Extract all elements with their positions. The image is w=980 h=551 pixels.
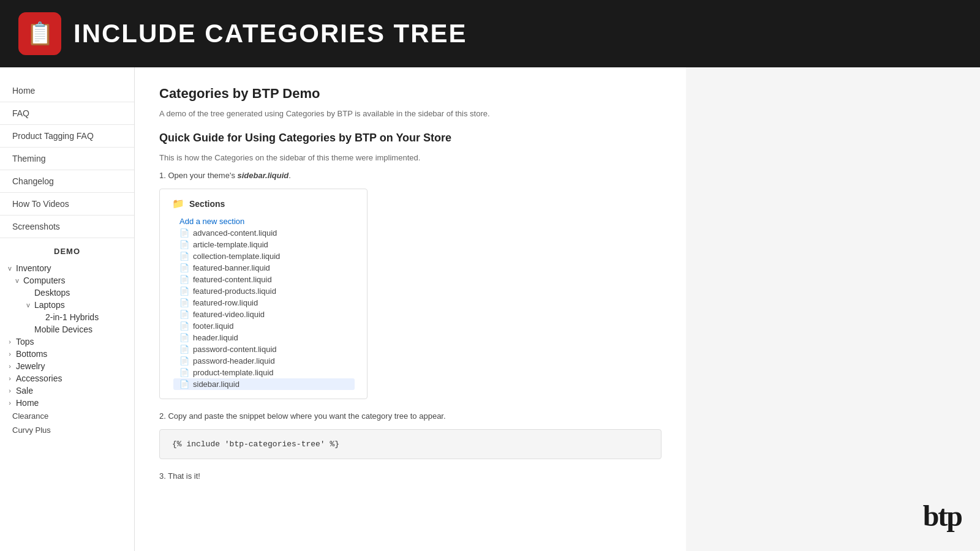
file-item[interactable]: 📄sidebar.liquid: [173, 378, 355, 390]
file-item[interactable]: 📄footer.liquid: [172, 320, 355, 332]
tree-label: Desktops: [34, 288, 70, 298]
file-icon: 📄: [179, 275, 189, 284]
sidebar-item-accessories[interactable]: › Accessories: [0, 372, 134, 384]
tree-label: Bottoms: [16, 349, 47, 359]
file-item[interactable]: 📄featured-video.liquid: [172, 309, 355, 320]
sidebar-item-mobile[interactable]: Mobile Devices: [0, 323, 134, 335]
code-block: {% include 'btp-categories-tree' %}: [159, 429, 662, 459]
sections-label: Sections: [189, 199, 225, 209]
header-title: INCLUDE CATEGORIES TREE: [74, 19, 467, 48]
file-tree-header: 📁 Sections: [172, 198, 355, 209]
step1-text: 1. Open your theme's sidebar.liquid.: [159, 171, 662, 180]
file-tree-box: 📁 Sections Add a new section 📄advanced-c…: [159, 189, 368, 399]
sidebar-item-product-tagging-faq[interactable]: Product Tagging FAQ: [0, 125, 134, 148]
sidebar-item-theming[interactable]: Theming: [0, 148, 134, 170]
sidebar-item-home[interactable]: Home: [0, 80, 134, 102]
file-name: sidebar.liquid: [193, 380, 239, 389]
file-name: advanced-content.liquid: [193, 228, 277, 238]
file-icon: 📄: [179, 298, 189, 307]
sidebar-item-computers[interactable]: v Computers: [0, 274, 134, 287]
toggle-icon: [24, 289, 32, 296]
tree-label: Jewelry: [16, 361, 45, 371]
file-name: featured-content.liquid: [193, 275, 272, 284]
file-icon: 📄: [179, 368, 189, 377]
file-name: featured-row.liquid: [193, 298, 258, 307]
tree-label: Laptops: [34, 300, 65, 310]
file-item[interactable]: 📄collection-template.liquid: [172, 250, 355, 262]
file-name: footer.liquid: [193, 321, 234, 331]
file-icon: 📄: [179, 252, 189, 261]
sidebar-item-2in1[interactable]: 2-in-1 Hybrids: [0, 311, 134, 323]
toggle-icon: v: [13, 277, 21, 284]
page-subtitle: A demo of the tree generated using Categ…: [159, 109, 662, 118]
demo-label: DEMO: [0, 238, 134, 260]
file-item[interactable]: 📄advanced-content.liquid: [172, 227, 355, 239]
sidebar-item-faq[interactable]: FAQ: [0, 102, 134, 125]
file-name: featured-video.liquid: [193, 310, 265, 319]
sidebar: HomeFAQProduct Tagging FAQThemingChangel…: [0, 67, 135, 551]
file-item[interactable]: 📄featured-row.liquid: [172, 297, 355, 309]
tree-label: Tops: [16, 337, 34, 347]
main-content: Categories by BTP Demo A demo of the tre…: [135, 67, 686, 551]
tree-label: Inventory: [16, 263, 51, 273]
toggle-icon: ›: [6, 362, 13, 370]
file-item[interactable]: 📄article-template.liquid: [172, 239, 355, 250]
sidebar-item-sale[interactable]: › Sale: [0, 384, 134, 397]
sidebar-item-clearance[interactable]: Clearance: [0, 409, 134, 423]
sidebar-item-how-to-videos[interactable]: How To Videos: [0, 193, 134, 216]
file-icon: 📄: [179, 321, 189, 331]
file-icon: 📄: [179, 333, 189, 342]
right-panel: [686, 67, 809, 551]
file-name: featured-products.liquid: [193, 287, 276, 296]
file-item[interactable]: 📄password-content.liquid: [172, 343, 355, 355]
folder-icon: 📁: [172, 198, 184, 209]
guide-text: This is how the Categories on the sideba…: [159, 153, 662, 162]
file-icon: 📄: [179, 228, 189, 238]
sidebar-item-curvy-plus[interactable]: Curvy Plus: [0, 423, 134, 437]
sidebar-item-laptops[interactable]: v Laptops: [0, 299, 134, 311]
toggle-icon: [36, 313, 43, 321]
sidebar-tree: v Inventory v Computers Desktops v Lapto…: [0, 260, 134, 440]
toggle-icon: [24, 326, 32, 333]
step1-bold: sidebar.liquid: [238, 171, 289, 180]
sidebar-item-home[interactable]: › Home: [0, 397, 134, 409]
sidebar-item-desktops[interactable]: Desktops: [0, 287, 134, 299]
file-icon: 📄: [179, 287, 189, 296]
toggle-icon: ›: [6, 387, 13, 394]
sidebar-item-inventory[interactable]: v Inventory: [0, 262, 134, 274]
sidebar-item-jewelry[interactable]: › Jewelry: [0, 360, 134, 372]
file-item[interactable]: 📄featured-content.liquid: [172, 274, 355, 285]
file-icon: 📄: [179, 240, 189, 249]
file-name: featured-banner.liquid: [193, 263, 270, 272]
file-name: password-header.liquid: [193, 356, 275, 365]
file-icon: 📄: [179, 380, 189, 389]
add-section-link[interactable]: Add a new section: [172, 216, 355, 227]
file-name: collection-template.liquid: [193, 252, 280, 261]
file-icon: 📄: [179, 356, 189, 365]
step3-text: 3. That is it!: [159, 471, 662, 481]
sidebar-item-changelog[interactable]: Changelog: [0, 170, 134, 193]
header-icon: 📋: [18, 12, 61, 55]
sidebar-item-tops[interactable]: › Tops: [0, 335, 134, 348]
sidebar-item-bottoms[interactable]: › Bottoms: [0, 348, 134, 360]
file-name: password-content.liquid: [193, 345, 277, 354]
toggle-icon: ›: [6, 350, 13, 358]
file-item[interactable]: 📄header.liquid: [172, 332, 355, 343]
toggle-icon: v: [6, 264, 13, 272]
file-item[interactable]: 📄password-header.liquid: [172, 355, 355, 367]
header: 📋 INCLUDE CATEGORIES TREE: [0, 0, 980, 67]
sidebar-item-screenshots[interactable]: Screenshots: [0, 216, 134, 238]
tree-label: Home: [16, 398, 39, 408]
file-icon: 📄: [179, 310, 189, 319]
file-item[interactable]: 📄featured-products.liquid: [172, 285, 355, 297]
page-body: HomeFAQProduct Tagging FAQThemingChangel…: [0, 67, 980, 551]
file-icon: 📄: [179, 263, 189, 272]
toggle-icon: ›: [6, 338, 13, 345]
file-item[interactable]: 📄featured-banner.liquid: [172, 262, 355, 274]
tree-label: Sale: [16, 386, 33, 395]
file-item[interactable]: 📄product-template.liquid: [172, 367, 355, 378]
step2-text: 2. Copy and paste the snippet below wher…: [159, 411, 662, 421]
sidebar-nav: HomeFAQProduct Tagging FAQThemingChangel…: [0, 80, 134, 238]
file-name: product-template.liquid: [193, 368, 274, 377]
tree-label: 2-in-1 Hybrids: [45, 312, 99, 322]
